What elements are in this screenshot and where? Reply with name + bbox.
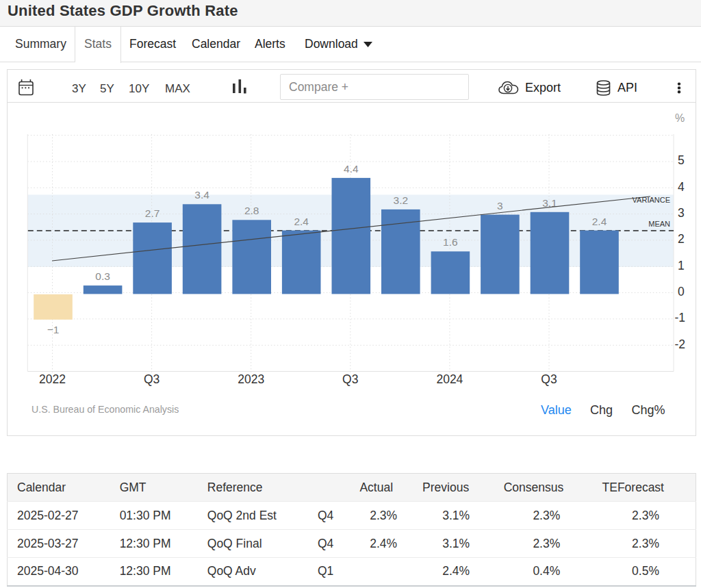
- svg-text:2: 2: [678, 232, 685, 246]
- svg-text:4: 4: [678, 180, 685, 194]
- svg-text:2023: 2023: [238, 372, 264, 386]
- svg-text:5: 5: [678, 153, 685, 167]
- svg-text:-2: -2: [675, 337, 686, 351]
- svg-text:3: 3: [678, 206, 685, 220]
- svg-text:1.6: 1.6: [443, 236, 458, 248]
- svg-text:3.4: 3.4: [194, 189, 209, 201]
- svg-text:-1: -1: [675, 311, 686, 324]
- svg-text:2.7: 2.7: [145, 207, 160, 219]
- svg-text:2.4: 2.4: [592, 216, 607, 227]
- svg-text:−1: −1: [47, 324, 60, 335]
- svg-text:0: 0: [678, 285, 685, 298]
- svg-text:4.4: 4.4: [344, 163, 359, 175]
- svg-text:Q3: Q3: [144, 372, 160, 386]
- svg-text:3: 3: [497, 200, 503, 212]
- svg-text:2.4: 2.4: [294, 216, 309, 227]
- svg-text:1: 1: [678, 259, 685, 272]
- svg-text:Q3: Q3: [342, 372, 358, 386]
- svg-text:0.3: 0.3: [95, 270, 110, 282]
- svg-text:2.8: 2.8: [244, 205, 259, 216]
- svg-text:Q3: Q3: [541, 372, 557, 386]
- svg-text:3.2: 3.2: [394, 194, 409, 206]
- svg-text:VARIANCE: VARIANCE: [633, 196, 670, 204]
- svg-text:MEAN: MEAN: [648, 220, 670, 228]
- svg-text:2022: 2022: [39, 372, 66, 386]
- svg-text:2024: 2024: [436, 372, 463, 386]
